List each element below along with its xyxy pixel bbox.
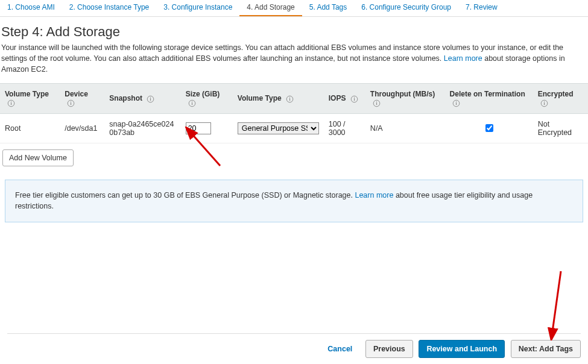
info-icon[interactable]: i [350, 95, 358, 103]
table-header-row: Volume Type i Device i Snapshot i Size (… [0, 84, 588, 113]
svg-line-19 [552, 271, 561, 331]
info-icon[interactable]: i [540, 99, 548, 107]
col-volume-type2-label: Volume Type [238, 94, 282, 102]
col-snapshot: Snapshot i [104, 84, 180, 113]
cell-volume-type2: General Purpose SSD (gp2) [233, 113, 324, 143]
svg-text:i: i [455, 101, 457, 106]
tab-add-tags[interactable]: 5. Add Tags [302, 0, 355, 16]
size-input[interactable] [186, 122, 211, 134]
tab-choose-instance-type[interactable]: 2. Choose Instance Type [62, 0, 157, 16]
cell-device: /dev/sda1 [60, 113, 104, 143]
col-device-label: Device [65, 90, 88, 98]
review-and-launch-button[interactable]: Review and Launch [419, 340, 505, 358]
storage-table: Volume Type i Device i Snapshot i Size (… [0, 83, 588, 143]
table-row: Root /dev/sda1 snap-0a2465ce0240b73ab Ge… [0, 113, 588, 143]
svg-text:i: i [71, 101, 72, 106]
col-encrypted: Encrypted i [533, 84, 588, 113]
footer: Cancel Previous Review and Launch Next: … [7, 333, 581, 358]
info-icon[interactable]: i [7, 99, 15, 107]
col-delete-on-termination: Delete on Termination i [445, 84, 533, 113]
cell-iops: 100 / 3000 [324, 113, 365, 143]
add-new-volume-button[interactable]: Add New Volume [2, 149, 74, 166]
info-icon[interactable]: i [147, 95, 154, 103]
col-delete-on-termination-label: Delete on Termination [450, 90, 525, 98]
tab-add-storage[interactable]: 4. Add Storage [239, 0, 302, 16]
next-add-tags-button[interactable]: Next: Add Tags [511, 340, 581, 358]
info-icon[interactable]: i [188, 99, 196, 107]
col-size: Size (GiB) i [181, 84, 233, 113]
col-volume-type-label: Volume Type [5, 90, 49, 98]
cell-size [181, 113, 233, 143]
page-description: Your instance will be launched with the … [1, 42, 584, 75]
tab-review[interactable]: 7. Review [458, 0, 505, 16]
col-throughput: Throughput (MB/s) i [365, 84, 445, 113]
svg-text:i: i [289, 96, 291, 102]
cancel-link[interactable]: Cancel [327, 345, 352, 353]
notice-text-1: Free tier eligible customers can get up … [15, 191, 355, 199]
col-iops: IOPS i [324, 84, 365, 113]
notice-learn-more-link[interactable]: Learn more [355, 191, 393, 199]
svg-text:i: i [543, 101, 545, 106]
tab-choose-ami[interactable]: 1. Choose AMI [0, 0, 62, 16]
col-volume-type: Volume Type i [0, 84, 60, 113]
tab-configure-instance[interactable]: 3. Configure Instance [156, 0, 239, 16]
col-device: Device i [60, 84, 104, 113]
cell-volume-type: Root [0, 113, 60, 143]
free-tier-notice: Free tier eligible customers can get up … [5, 180, 583, 223]
info-icon[interactable]: i [452, 99, 460, 107]
page-title: Step 4: Add Storage [1, 24, 588, 40]
tab-configure-security-group[interactable]: 6. Configure Security Group [354, 0, 458, 16]
cell-delete-on-termination [445, 113, 533, 143]
svg-text:i: i [150, 96, 151, 102]
info-icon[interactable]: i [373, 99, 381, 107]
col-size-label: Size (GiB) [186, 90, 220, 98]
info-icon[interactable]: i [67, 99, 75, 107]
col-snapshot-label: Snapshot [109, 94, 142, 102]
info-icon[interactable]: i [286, 95, 294, 103]
cell-snapshot: snap-0a2465ce0240b73ab [104, 113, 180, 143]
col-volume-type2: Volume Type i [233, 84, 324, 113]
col-encrypted-label: Encrypted [538, 90, 574, 98]
cell-throughput: N/A [365, 113, 445, 143]
svg-text:i: i [376, 101, 377, 106]
previous-button[interactable]: Previous [365, 340, 413, 358]
col-iops-label: IOPS [329, 94, 346, 102]
learn-more-link[interactable]: Learn more [444, 54, 482, 63]
svg-text:i: i [10, 101, 11, 106]
svg-text:i: i [191, 101, 192, 106]
svg-text:i: i [353, 96, 355, 102]
delete-on-termination-checkbox[interactable] [485, 124, 493, 132]
col-throughput-label: Throughput (MB/s) [370, 90, 435, 98]
wizard-tabs: 1. Choose AMI 2. Choose Instance Type 3.… [0, 0, 588, 17]
annotation-arrow-next [543, 268, 579, 340]
volume-type-select[interactable]: General Purpose SSD (gp2) [238, 122, 319, 134]
cell-encrypted: Not Encrypted [533, 113, 588, 143]
